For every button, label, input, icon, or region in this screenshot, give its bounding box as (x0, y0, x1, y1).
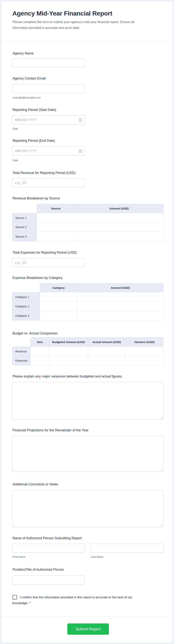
position-title-input[interactable] (12, 576, 84, 584)
budget-row-expenses: Expenses (12, 356, 30, 365)
projections-label: Financial Projections for the Remainder … (12, 428, 88, 432)
revenue-row-source3: Source 3 (12, 232, 37, 241)
budget-table: Item Budgeted Amount (USD) Actual Amount… (12, 337, 164, 365)
projections-field (12, 436, 164, 472)
agency-email-input[interactable] (12, 84, 84, 93)
end-date-label: Reporting Period (End Date) (12, 138, 55, 143)
table-corner-cell (12, 204, 37, 213)
table-cell[interactable] (40, 292, 77, 302)
header-divider (2, 41, 172, 41)
comments-field (12, 490, 164, 527)
required-asterisk: * (29, 601, 30, 605)
table-cell[interactable] (30, 346, 49, 356)
table-cell[interactable] (125, 356, 164, 365)
table-cell[interactable] (77, 311, 164, 320)
confirmation-checkbox[interactable] (12, 595, 17, 600)
end-date-input[interactable] (12, 146, 84, 156)
table-cell[interactable] (77, 292, 164, 302)
expense-col-amount: Amount (USD) (77, 283, 164, 292)
table-cell[interactable] (88, 356, 125, 365)
submit-report-button[interactable]: Submit Report (67, 624, 109, 635)
table-cell[interactable] (75, 213, 164, 222)
first-name-input[interactable] (12, 544, 85, 553)
comments-textarea[interactable] (12, 490, 164, 527)
table-cell[interactable] (40, 302, 77, 311)
table-cell[interactable] (75, 222, 164, 232)
table-cell[interactable] (49, 356, 88, 365)
table-corner-cell (12, 283, 40, 292)
page-title: Agency Mid-Year Financial Report (12, 10, 112, 17)
revenue-table: Source Amount (USD) Source 1 Source 2 So… (12, 204, 164, 241)
last-name-input[interactable] (91, 544, 164, 553)
projections-textarea[interactable] (12, 436, 164, 472)
budget-col-variance: Variance (USD) (125, 337, 164, 346)
authorized-name-label: Name of Authorized Person Submitting Rep… (12, 536, 82, 540)
table-corner-cell (12, 337, 30, 346)
table-cell[interactable] (75, 232, 164, 241)
variance-explanation-textarea[interactable] (12, 382, 164, 420)
footer-divider (2, 616, 172, 617)
expense-row-category2: Category 2 (12, 302, 40, 311)
expense-col-category: Category (40, 283, 77, 292)
confirmation-field: I confirm that the information provided … (12, 594, 141, 606)
budget-row-revenue: Revenue (12, 346, 30, 356)
total-expenses-label: Total Expenses for Reporting Period (USD… (12, 250, 77, 254)
start-date-sublabel: Date (12, 127, 18, 130)
start-date-label: Reporting Period (Start Date) (12, 108, 56, 112)
table-cell[interactable] (37, 222, 75, 232)
revenue-col-source: Source (37, 204, 75, 213)
table-cell[interactable] (88, 346, 125, 356)
table-cell[interactable] (49, 346, 88, 356)
total-revenue-input[interactable] (12, 178, 84, 187)
revenue-col-amount: Amount (USD) (75, 204, 164, 213)
agency-name-label: Agency Name (12, 51, 34, 55)
budget-table-label: Budget vs. Actual Comparison (12, 331, 58, 335)
end-date-sublabel: Date (12, 159, 18, 162)
expense-row-category3: Category 3 (12, 311, 40, 320)
agency-name-input[interactable] (12, 58, 84, 67)
revenue-row-source1: Source 1 (12, 213, 37, 222)
variance-explanation-field (12, 382, 164, 420)
comments-label: Additional Comments or Notes (12, 482, 58, 486)
table-cell[interactable] (37, 232, 75, 241)
first-name-sublabel: First Name (12, 555, 25, 558)
total-revenue-label: Total Revenue for Reporting Period (USD) (12, 171, 76, 175)
table-cell[interactable] (77, 302, 164, 311)
agency-email-label: Agency Contact Email (12, 76, 46, 80)
end-date-field (12, 146, 84, 156)
start-date-input[interactable] (12, 116, 84, 124)
table-cell[interactable] (125, 346, 164, 356)
budget-col-actual: Actual Amount (USD) (88, 337, 125, 346)
table-cell[interactable] (30, 356, 49, 365)
last-name-sublabel: Last Name (91, 555, 104, 558)
expense-table: Category Amount (USD) Category 1 Categor… (12, 283, 164, 320)
agency-email-hint: example@example.com (12, 96, 40, 99)
budget-col-item: Item (30, 337, 49, 346)
total-expenses-input[interactable] (12, 258, 84, 267)
table-cell[interactable] (37, 213, 75, 222)
variance-explanation-label: Please explain any major variances betwe… (12, 374, 122, 378)
budget-col-budgeted: Budgeted Amount (USD) (49, 337, 88, 346)
position-title-label: Position/Title of Authorized Person (12, 568, 64, 572)
revenue-table-label: Revenue Breakdown by Source (12, 196, 60, 200)
expense-table-label: Expense Breakdown by Category (12, 276, 62, 280)
page-subtitle: Please complete this form to submit your… (12, 19, 146, 31)
start-date-field (12, 116, 84, 124)
table-cell[interactable] (40, 311, 77, 320)
revenue-row-source2: Source 2 (12, 222, 37, 232)
expense-row-category1: Category 1 (12, 292, 40, 302)
form-page: Agency Mid-Year Financial Report Please … (0, 0, 174, 644)
